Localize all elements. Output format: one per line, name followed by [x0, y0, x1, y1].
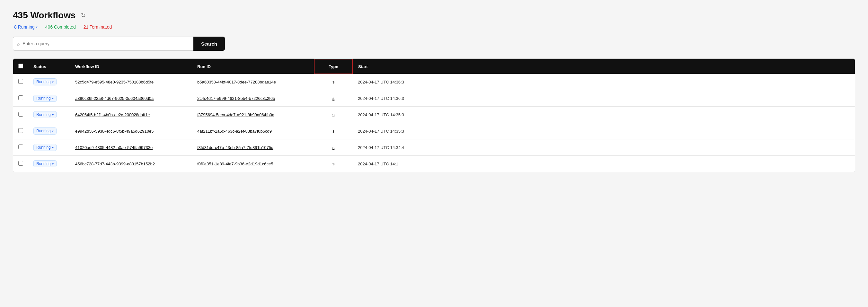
- row-checkbox-cell: [13, 90, 28, 106]
- table-row: Running ▾ 456bc728-77d7-443b-9399-e83157…: [13, 156, 855, 172]
- search-input-wrapper: ⌕: [13, 37, 193, 51]
- run-id-link[interactable]: 4af211bf-1a5c-463c-a2ef-83ba7f0b5cd9: [197, 129, 272, 133]
- status-badge[interactable]: Running ▾: [33, 144, 57, 151]
- select-all-header: [13, 59, 28, 74]
- run-id-link[interactable]: f3795694-5eca-4dc7-a921-8b99a064fb0a: [197, 113, 274, 117]
- running-label: 8 Running: [14, 24, 35, 30]
- select-all-checkbox[interactable]: [18, 64, 23, 68]
- status-text: Running: [36, 161, 51, 166]
- workflow-id-link[interactable]: e9942d56-5930-4dc6-8f5b-49a5d62910e5: [75, 129, 154, 133]
- row-checkbox-cell: [13, 156, 28, 172]
- status-text: Running: [36, 113, 51, 117]
- status-text: Running: [36, 129, 51, 133]
- type-cell: s: [314, 74, 353, 90]
- table-row: Running ▾ 52c5d479-e595-48e0-9235-750188…: [13, 74, 855, 90]
- status-text: Running: [36, 96, 51, 100]
- start-time: 2024-04-17 UTC 14:35:3: [358, 129, 404, 133]
- row-checkbox[interactable]: [18, 95, 23, 100]
- workflow-id-link[interactable]: 41020ad9-4805-4482-a0ae-574ffa99733e: [75, 145, 153, 150]
- status-badge[interactable]: Running ▾: [33, 111, 57, 118]
- status-cell: Running ▾: [28, 140, 70, 156]
- workflow-id-link[interactable]: 642064f5-b2f1-4b0b-ac2c-200028daff1e: [75, 113, 150, 117]
- search-bar: ⌕ Search: [13, 37, 225, 51]
- start-cell: 2024-04-17 UTC 14:36:3: [353, 90, 855, 106]
- refresh-button[interactable]: ↻: [80, 10, 87, 20]
- row-checkbox-cell: [13, 74, 28, 90]
- terminated-filter[interactable]: 21 Terminated: [82, 24, 113, 30]
- page-title: 435 Workflows: [13, 10, 76, 21]
- status-chevron-icon: ▾: [52, 129, 54, 133]
- status-chevron-icon: ▾: [52, 162, 54, 166]
- type-cell: s: [314, 90, 353, 106]
- workflow-id-link[interactable]: a890c36f-22a8-4d67-9625-0d604a360d0a: [75, 96, 154, 101]
- col-header-status: Status: [28, 59, 70, 74]
- status-chevron-icon: ▾: [52, 97, 54, 100]
- run-id-cell: f0f0a351-1e89-4fe7-9b36-e2d19d1c6ce5: [192, 156, 314, 172]
- status-text: Running: [36, 80, 51, 84]
- workflow-id-cell: e9942d56-5930-4dc6-8f5b-49a5d62910e5: [70, 123, 192, 140]
- row-checkbox[interactable]: [18, 128, 23, 133]
- workflow-id-link[interactable]: 456bc728-77d7-443b-9399-e83157b152b2: [75, 161, 155, 166]
- status-cell: Running ▾: [28, 74, 70, 90]
- status-filters: 8 Running ▾ 406 Completed 21 Terminated: [13, 24, 855, 30]
- running-filter[interactable]: 8 Running ▾: [13, 24, 39, 30]
- completed-filter[interactable]: 406 Completed: [44, 24, 77, 30]
- status-badge[interactable]: Running ▾: [33, 127, 57, 134]
- workflow-id-cell: 456bc728-77d7-443b-9399-e83157b152b2: [70, 156, 192, 172]
- status-badge[interactable]: Running ▾: [33, 79, 57, 85]
- run-id-link[interactable]: 2c4c4d17-e999-4621-8bb4-b7226c8c2f6b: [197, 96, 275, 101]
- status-badge[interactable]: Running ▾: [33, 95, 57, 102]
- table-row: Running ▾ a890c36f-22a8-4d67-9625-0d604a…: [13, 90, 855, 106]
- completed-label: 406 Completed: [45, 24, 76, 30]
- workflow-id-cell: 52c5d479-e595-48e0-9235-750188b6d5fe: [70, 74, 192, 90]
- run-id-link[interactable]: b5a60353-44bf-4017-8dee-77288bdae14e: [197, 80, 276, 85]
- row-checkbox[interactable]: [18, 112, 23, 117]
- search-input[interactable]: [23, 41, 189, 46]
- row-checkbox-cell: [13, 140, 28, 156]
- col-header-type: Type: [314, 59, 353, 74]
- type-link[interactable]: s: [333, 145, 335, 150]
- row-checkbox-cell: [13, 123, 28, 140]
- start-cell: 2024-04-17 UTC 14:35:3: [353, 106, 855, 123]
- start-time: 2024-04-17 UTC 14:35:3: [358, 113, 404, 117]
- terminated-label: 21 Terminated: [84, 24, 112, 30]
- type-link[interactable]: s: [333, 161, 335, 166]
- search-button[interactable]: Search: [193, 37, 225, 51]
- workflow-id-cell: 642064f5-b2f1-4b0b-ac2c-200028daff1e: [70, 106, 192, 123]
- row-checkbox[interactable]: [18, 161, 23, 166]
- row-checkbox-cell: [13, 106, 28, 123]
- workflows-table: Status Workflow ID Run ID Type Start Run…: [13, 58, 855, 172]
- status-badge[interactable]: Running ▾: [33, 160, 57, 167]
- type-link[interactable]: s: [333, 80, 335, 85]
- start-time: 2024-04-17 UTC 14:36:3: [358, 96, 404, 101]
- workflow-id-link[interactable]: 52c5d479-e595-48e0-9235-750188b6d5fe: [75, 80, 154, 85]
- type-cell: s: [314, 140, 353, 156]
- type-link[interactable]: s: [333, 113, 335, 117]
- table-row: Running ▾ 41020ad9-4805-4482-a0ae-574ffa…: [13, 140, 855, 156]
- run-id-link[interactable]: f3fd31dd-c47b-43eb-85a7-7fd891b1075c: [197, 145, 273, 150]
- workflow-id-cell: a890c36f-22a8-4d67-9625-0d604a360d0a: [70, 90, 192, 106]
- type-link[interactable]: s: [333, 96, 335, 101]
- row-checkbox[interactable]: [18, 79, 23, 84]
- type-cell: s: [314, 156, 353, 172]
- status-cell: Running ▾: [28, 106, 70, 123]
- col-header-start: Start: [353, 59, 855, 74]
- start-cell: 2024-04-17 UTC 14:1: [353, 156, 855, 172]
- status-chevron-icon: ▾: [52, 146, 54, 149]
- status-cell: Running ▾: [28, 156, 70, 172]
- status-cell: Running ▾: [28, 123, 70, 140]
- run-id-cell: 4af211bf-1a5c-463c-a2ef-83ba7f0b5cd9: [192, 123, 314, 140]
- run-id-link[interactable]: f0f0a351-1e89-4fe7-9b36-e2d19d1c6ce5: [197, 161, 273, 166]
- type-link[interactable]: s: [333, 129, 335, 133]
- start-time: 2024-04-17 UTC 14:1: [358, 161, 398, 166]
- start-cell: 2024-04-17 UTC 14:36:3: [353, 74, 855, 90]
- col-header-run-id: Run ID: [192, 59, 314, 74]
- status-chevron-icon: ▾: [52, 113, 54, 117]
- run-id-cell: f3fd31dd-c47b-43eb-85a7-7fd891b1075c: [192, 140, 314, 156]
- start-time: 2024-04-17 UTC 14:36:3: [358, 80, 404, 85]
- search-icon: ⌕: [17, 41, 20, 47]
- run-id-cell: 2c4c4d17-e999-4621-8bb4-b7226c8c2f6b: [192, 90, 314, 106]
- running-chevron-icon: ▾: [36, 25, 38, 29]
- start-time: 2024-04-17 UTC 14:34:4: [358, 145, 404, 150]
- row-checkbox[interactable]: [18, 145, 23, 149]
